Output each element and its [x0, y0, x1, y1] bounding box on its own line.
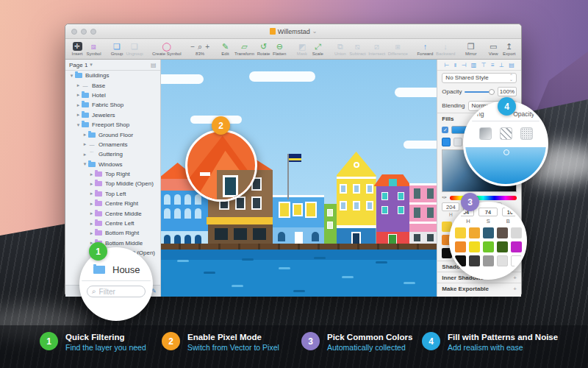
- disclosure-icon[interactable]: ▸: [75, 112, 82, 118]
- disclosure-icon[interactable]: ▸: [75, 82, 82, 88]
- align-top-icon[interactable]: ⊤: [481, 62, 487, 68]
- add-icon[interactable]: +: [513, 286, 517, 292]
- toolbar-symbol[interactable]: ⧈Symbol: [86, 42, 101, 56]
- disclosure-icon[interactable]: ▸: [88, 210, 95, 216]
- solid-fill-icon[interactable]: [442, 138, 451, 146]
- disclosure-icon[interactable]: ▾: [82, 161, 88, 167]
- layer-row[interactable]: ▾Buildings: [65, 71, 160, 80]
- filter-search-field[interactable]: ⌕: [87, 286, 146, 297]
- building-blue-arcade[interactable]: [161, 191, 208, 244]
- layer-row[interactable]: ▸—Ornaments: [65, 140, 160, 149]
- zoom-controls[interactable]: −⌕+: [190, 42, 209, 51]
- layer-row[interactable]: ▸Hotel: [65, 91, 160, 100]
- toolbar-scale[interactable]: ⤢Scale: [311, 42, 324, 56]
- disclosure-icon[interactable]: ▸: [88, 181, 95, 187]
- color-swatch[interactable]: [511, 227, 522, 238]
- building-blue-yellow[interactable]: [273, 195, 324, 244]
- disclosure-icon[interactable]: ▸: [75, 92, 82, 98]
- disclosure-icon[interactable]: ▸: [75, 102, 82, 108]
- color-swatch[interactable]: [483, 227, 494, 238]
- layer-row[interactable]: ▸Ground Floor: [65, 130, 160, 139]
- stepper-icon[interactable]: ⌃⌄: [509, 74, 513, 82]
- color-swatch[interactable]: [497, 255, 508, 266]
- layer-row[interactable]: ▸—Base: [65, 80, 160, 90]
- distribute-v-icon[interactable]: ▤: [509, 62, 514, 68]
- layer-row[interactable]: ▸Top Left: [65, 189, 160, 199]
- color-swatch[interactable]: [469, 227, 480, 238]
- pattern-fill-icon[interactable]: [500, 127, 512, 140]
- toolbar-forward[interactable]: ↑Forward: [417, 42, 433, 56]
- layer-row[interactable]: ▸Bottom Right: [65, 228, 160, 238]
- toolbar-rotate[interactable]: ↺Rotate: [257, 42, 270, 56]
- zoom-out-icon[interactable]: −: [190, 43, 195, 51]
- color-swatch[interactable]: [483, 255, 494, 266]
- eyedropper-icon[interactable]: ✑: [442, 194, 447, 201]
- toolbar-group[interactable]: ❏Group: [110, 42, 123, 56]
- disclosure-icon[interactable]: ▸: [88, 221, 95, 227]
- layer-row[interactable]: ▸Top Right: [65, 169, 160, 179]
- disclosure-icon[interactable]: ▾: [75, 122, 82, 128]
- building-green[interactable]: [324, 204, 337, 244]
- align-center-h-icon[interactable]: ‖: [454, 62, 456, 68]
- gradient-fill-icon[interactable]: [479, 127, 492, 140]
- hue-slider[interactable]: [450, 196, 517, 200]
- color-swatch[interactable]: [469, 255, 480, 266]
- align-right-icon[interactable]: ⊣: [461, 62, 466, 68]
- layer-row[interactable]: ▸Fabric Shop: [65, 100, 160, 110]
- color-swatch[interactable]: [483, 241, 494, 252]
- toolbar-insert[interactable]: ✛Insert: [71, 42, 84, 56]
- building-purple[interactable]: [376, 186, 409, 244]
- layer-row[interactable]: ▸Centre Left: [65, 219, 160, 228]
- layer-row[interactable]: ▾Windows: [65, 160, 160, 169]
- toolbar-mirror[interactable]: ❐Mirror: [465, 42, 478, 56]
- disclosure-icon[interactable]: ▸: [88, 191, 95, 197]
- building-yellow[interactable]: [337, 152, 376, 244]
- shared-style-select[interactable]: No Shared Style ⌃⌄: [442, 73, 517, 83]
- layer-row[interactable]: ▸⌒Guttering: [65, 149, 160, 159]
- section-make-exportable[interactable]: Make Exportable+: [437, 283, 521, 294]
- toolbar-83-[interactable]: −⌕+83%: [190, 42, 209, 56]
- layer-row[interactable]: ▸Top Middle (Open): [65, 179, 160, 188]
- toolbar-export[interactable]: ↥Export: [503, 42, 516, 56]
- slider-knob[interactable]: [489, 89, 495, 95]
- color-swatch[interactable]: [497, 241, 508, 252]
- chevron-down-icon[interactable]: ⌄: [312, 28, 318, 35]
- fill-enabled-checkbox[interactable]: ✓: [442, 127, 448, 133]
- zoom-in-icon[interactable]: +: [205, 43, 209, 51]
- opacity-value[interactable]: 100%: [498, 87, 517, 96]
- layer-row[interactable]: ▸Bottom Middle: [65, 238, 160, 248]
- disclosure-icon[interactable]: ▸: [82, 132, 88, 138]
- layer-row[interactable]: ▸Centre Right: [65, 199, 160, 208]
- color-swatch[interactable]: [511, 241, 522, 252]
- color-swatch[interactable]: [469, 241, 480, 252]
- hsb-value[interactable]: 204: [442, 202, 459, 211]
- layer-row[interactable]: ▾Freeport Shop: [65, 120, 160, 130]
- page-header[interactable]: Page 1 ▾ ▤: [65, 60, 160, 71]
- disclosure-icon[interactable]: ▸: [82, 152, 88, 158]
- color-swatch[interactable]: [497, 227, 508, 238]
- color-swatch[interactable]: [455, 227, 466, 238]
- disclosure-icon[interactable]: ▸: [82, 141, 88, 147]
- disclosure-icon[interactable]: ▾: [68, 73, 75, 79]
- add-icon[interactable]: +: [513, 275, 517, 281]
- toolbar-create-symbol[interactable]: ◯Create Symbol: [152, 42, 182, 56]
- titlebar[interactable]: Willemstad ⌄: [65, 24, 521, 39]
- align-bottom-icon[interactable]: ⊥: [499, 62, 504, 68]
- opacity-slider[interactable]: [465, 91, 495, 93]
- toolbar-transform[interactable]: ▱Transform: [234, 42, 254, 56]
- layer-row[interactable]: ▸Centre Middle: [65, 208, 160, 218]
- disclosure-icon[interactable]: ▸: [88, 230, 95, 236]
- align-left-icon[interactable]: ⊢: [445, 62, 450, 68]
- color-swatch[interactable]: [455, 241, 466, 252]
- layer-row[interactable]: ▸Jewelers: [65, 110, 160, 120]
- noise-fill-icon[interactable]: [520, 127, 533, 140]
- building-pink[interactable]: [409, 183, 437, 244]
- disclosure-icon[interactable]: ▸: [88, 201, 95, 207]
- align-middle-icon[interactable]: ≡: [491, 62, 495, 68]
- toolbar-view[interactable]: ▭View: [487, 42, 500, 56]
- toolbar-edit[interactable]: ✎Edit: [218, 42, 232, 56]
- filter-input[interactable]: [99, 288, 137, 296]
- toolbar-flatten[interactable]: ⊖Flatten: [273, 42, 286, 56]
- distribute-h-icon[interactable]: ▥: [471, 62, 477, 68]
- gradient-fill-icon[interactable]: [453, 138, 462, 146]
